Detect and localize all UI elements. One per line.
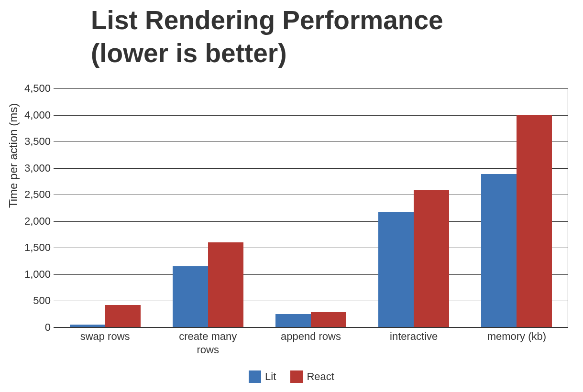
legend-label-react: React: [307, 370, 334, 383]
x-tick-label: swap rows: [54, 330, 156, 343]
y-tick-label: 4,000: [12, 109, 51, 121]
gridline: [54, 142, 568, 142]
bar-lit: [275, 314, 311, 327]
bar-react: [311, 312, 346, 327]
gridline: [54, 88, 568, 89]
y-tick-label: 3,500: [12, 135, 51, 148]
x-axis-line: [54, 327, 568, 327]
chart-title: List Rendering Performance (lower is bet…: [91, 4, 443, 70]
legend: Lit React: [0, 370, 583, 386]
legend-item-lit: Lit: [249, 370, 276, 383]
x-tick-label: interactive: [363, 330, 465, 343]
legend-item-react: React: [290, 370, 334, 383]
bar-react: [105, 305, 141, 327]
x-tick-label: create manyrows: [156, 330, 259, 356]
gridline: [54, 327, 568, 328]
legend-label-lit: Lit: [265, 370, 276, 383]
y-tick-label: 1,000: [12, 268, 51, 281]
gridline: [54, 168, 568, 169]
bar-lit: [173, 266, 208, 327]
y-tick-label: 500: [12, 294, 51, 307]
y-tick-label: 0: [12, 321, 51, 334]
legend-swatch-lit: [249, 370, 261, 383]
bar-react: [208, 242, 243, 327]
y-tick-label: 3,000: [12, 162, 51, 174]
y-tick-label: 2,500: [12, 188, 51, 201]
y-tick-label: 1,500: [12, 241, 51, 254]
bar-react: [517, 115, 552, 327]
bar-react: [414, 190, 449, 327]
bar-lit: [378, 212, 414, 327]
x-tick-label: memory (kb): [465, 330, 568, 343]
chart-plot-area: 05001,0001,5002,0002,5003,0003,5004,0004…: [54, 88, 568, 327]
x-tick-label: append rows: [259, 330, 362, 343]
gridline: [54, 115, 568, 116]
legend-swatch-react: [290, 370, 303, 383]
chart-title-line2: (lower is better): [91, 37, 443, 70]
chart-title-line1: List Rendering Performance: [91, 4, 443, 37]
y-tick-label: 4,500: [12, 82, 51, 95]
bar-lit: [481, 174, 517, 327]
y-tick-label: 2,000: [12, 215, 51, 228]
